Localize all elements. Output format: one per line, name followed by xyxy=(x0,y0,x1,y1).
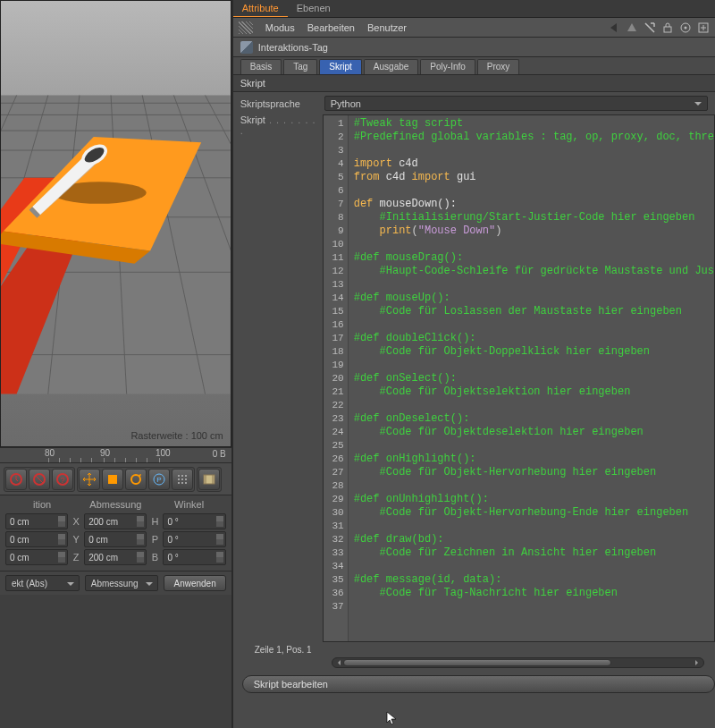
tool-film-icon[interactable] xyxy=(198,469,220,490)
nav-up-icon[interactable] xyxy=(626,21,638,34)
svg-point-43 xyxy=(185,482,187,484)
dimension-mode-combo[interactable]: Abmessung xyxy=(85,575,159,591)
tool-p-icon[interactable]: P xyxy=(148,469,170,490)
tool-grid-icon[interactable] xyxy=(172,469,193,490)
edit-script-button[interactable]: Skript bearbeiten xyxy=(242,675,715,693)
object-mode-combo[interactable]: ekt (Abs) xyxy=(5,575,80,591)
tool-help-icon[interactable]: ? xyxy=(52,469,73,490)
tool-move-icon[interactable] xyxy=(79,469,100,490)
target-icon[interactable] xyxy=(679,21,692,34)
svg-point-41 xyxy=(178,482,180,484)
tool-scale-icon[interactable] xyxy=(102,469,123,490)
pos-y-field[interactable]: 0 cm xyxy=(5,531,68,547)
nav-back-icon[interactable] xyxy=(608,21,620,34)
size-z-field[interactable]: 200 cm xyxy=(84,549,147,565)
mouse-cursor-icon xyxy=(386,711,399,725)
col-angle: Winkel xyxy=(152,499,225,510)
tag-header: Interaktions-Tag xyxy=(233,38,715,57)
scrollbar-thumb[interactable] xyxy=(343,659,611,666)
svg-point-37 xyxy=(185,475,187,477)
menu-modus[interactable]: Modus xyxy=(265,22,295,33)
col-position: ition xyxy=(5,499,79,510)
ang-b-field[interactable]: 0 ° xyxy=(163,549,225,565)
subtab-basis[interactable]: Basis xyxy=(240,59,282,74)
lock-icon[interactable] xyxy=(661,21,674,34)
attribute-menubar: Modus Bearbeiten Benutzer xyxy=(233,18,715,38)
new-panel-icon[interactable] xyxy=(697,21,710,34)
svg-point-35 xyxy=(178,475,180,477)
subtab-polyinfo[interactable]: Poly-Info xyxy=(420,59,475,74)
subtab-skript[interactable]: Skript xyxy=(319,59,362,74)
timeline-ruler[interactable]: 80 90 100 0 B xyxy=(0,447,231,463)
script-editor[interactable]: 1234567891011121314151617181920212223242… xyxy=(323,114,715,642)
coordinates-panel: ition Abmessung Winkel 0 cmX 200 cmH 0 °… xyxy=(0,495,231,571)
subtab-proxy[interactable]: Proxy xyxy=(477,59,520,74)
size-x-field[interactable]: 200 cm xyxy=(84,513,147,529)
pos-x-field[interactable]: 0 cm xyxy=(5,513,68,529)
pos-z-field[interactable]: 0 cm xyxy=(5,549,68,565)
menu-bearbeiten[interactable]: Bearbeiten xyxy=(307,22,355,33)
svg-point-36 xyxy=(181,475,183,477)
nav-home-icon[interactable] xyxy=(644,21,656,34)
viewport-grid-label: Rasterweite : 100 cm xyxy=(130,430,223,441)
line-gutter: 1234567891011121314151617181920212223242… xyxy=(324,115,349,641)
tag-subtabs: Basis Tag Skript Ausgabe Poly-Info Proxy xyxy=(233,57,715,75)
svg-rect-31 xyxy=(108,475,117,484)
col-size: Abmessung xyxy=(79,499,152,510)
menu-benutzer[interactable]: Benutzer xyxy=(367,22,407,33)
ang-h-field[interactable]: 0 ° xyxy=(163,513,225,529)
svg-point-42 xyxy=(181,482,183,484)
tool-rotate-icon[interactable] xyxy=(125,469,147,490)
ang-p-field[interactable]: 0 ° xyxy=(163,531,225,547)
svg-line-28 xyxy=(36,476,43,483)
lang-label: Skriptsprache xyxy=(240,98,319,109)
tag-name: Interaktions-Tag xyxy=(258,42,328,53)
tab-layers[interactable]: Ebenen xyxy=(288,0,340,17)
script-language-combo[interactable]: Python xyxy=(324,96,708,111)
svg-point-32 xyxy=(131,475,140,484)
tool-cancel-icon[interactable] xyxy=(29,469,50,490)
svg-text:?: ? xyxy=(60,476,64,485)
viewport-3d[interactable]: Rasterweite : 100 cm xyxy=(0,0,231,447)
apply-button[interactable]: Anwenden xyxy=(164,575,225,591)
grip-icon[interactable] xyxy=(239,21,253,34)
size-y-field[interactable]: 0 cm xyxy=(84,531,147,547)
tool-toolbar: ? P xyxy=(0,463,231,495)
tab-attribute[interactable]: Attribute xyxy=(233,0,288,17)
panel-tabbar: Attribute Ebenen xyxy=(233,0,715,18)
svg-point-49 xyxy=(685,26,687,29)
editor-hscrollbar[interactable] xyxy=(332,657,704,668)
subtab-tag[interactable]: Tag xyxy=(283,59,317,74)
svg-text:P: P xyxy=(156,476,161,484)
svg-point-38 xyxy=(178,478,180,480)
svg-point-40 xyxy=(185,478,187,480)
svg-rect-47 xyxy=(664,27,671,32)
script-label: Skript . . . . . . . . xyxy=(240,114,319,136)
section-header: Skript xyxy=(233,75,715,92)
viewport-scene xyxy=(1,1,231,394)
svg-point-39 xyxy=(181,478,183,480)
subtab-ausgabe[interactable]: Ausgabe xyxy=(364,59,418,74)
interaction-tag-icon xyxy=(240,41,253,54)
editor-status: Zeile 1, Pos. 1 xyxy=(233,642,715,657)
code-area[interactable]: #Tweak tag script #Predefined global var… xyxy=(349,115,714,641)
tool-back-icon[interactable] xyxy=(5,469,27,490)
